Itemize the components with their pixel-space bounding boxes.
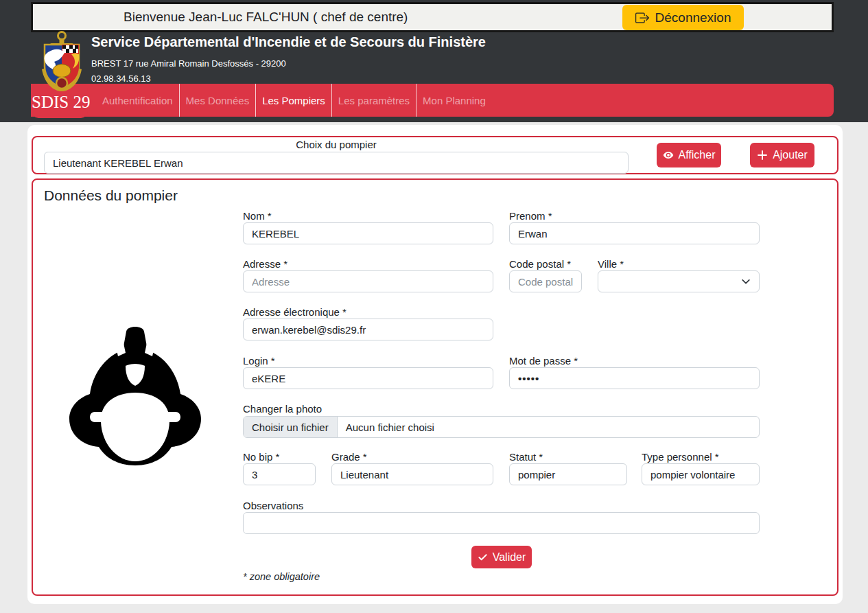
plus-icon (757, 150, 768, 161)
pompier-data-panel: Données du pompier Nom * Prenom * Adress… (32, 178, 838, 596)
pompier-chooser-panel: Choix du pompier Afficher Ajouter (32, 136, 838, 174)
type-personnel-label: Type personnel * (642, 451, 719, 463)
statut-input[interactable] (509, 463, 627, 485)
logout-label: Déconnexion (655, 10, 731, 25)
welcome-text: Bienvenue Jean-Luc FALC'HUN ( chef de ce… (124, 10, 408, 25)
adresse-input[interactable] (243, 270, 493, 292)
eye-icon (663, 150, 674, 161)
observations-label: Observations (243, 500, 303, 511)
photo-label: Changer la photo (243, 403, 322, 415)
code-postal-label: Code postal * (509, 258, 571, 270)
main-nav: Authentification Mes Données Les Pompier… (31, 84, 834, 117)
check-icon (478, 552, 488, 562)
login-label: Login * (243, 355, 275, 367)
nav-item-mon-planning[interactable]: Mon Planning (416, 84, 492, 117)
panel-title: Données du pompier (44, 187, 178, 204)
chooser-label: Choix du pompier (44, 139, 629, 150)
no-bip-label: No bip * (243, 451, 279, 463)
firefighter-helmet-icon (67, 325, 204, 476)
logo-wordmark: SDIS 29 (32, 93, 89, 112)
org-address: BREST 17 rue Amiral Romain Desfossés - 2… (91, 58, 286, 69)
org-phone: 02.98.34.56.13 (91, 73, 151, 84)
password-input[interactable] (509, 367, 760, 389)
welcome-bar: Bienvenue Jean-Luc FALC'HUN ( chef de ce… (31, 2, 834, 32)
sdis29-crest-logo (35, 30, 89, 99)
required-note: * zone obligatoire (243, 571, 320, 582)
valider-label: Valider (493, 551, 526, 564)
prenom-label: Prenom * (509, 210, 552, 222)
nav-item-les-parametres[interactable]: Les paramètres (331, 84, 416, 117)
ville-select[interactable] (598, 270, 760, 292)
grade-input[interactable] (331, 463, 493, 485)
logout-button[interactable]: Déconnexion (622, 5, 744, 30)
nav-item-mes-donnees[interactable]: Mes Données (179, 84, 256, 117)
content-container: Choix du pompier Afficher Ajouter Donnée… (27, 125, 843, 604)
file-status-text: Aucun fichier choisi (338, 417, 443, 437)
no-bip-input[interactable] (243, 463, 316, 485)
nom-input[interactable] (243, 222, 493, 244)
login-input[interactable] (243, 367, 493, 389)
afficher-button[interactable]: Afficher (657, 143, 721, 167)
box-arrow-right-icon (635, 11, 649, 25)
email-label: Adresse électronique * (243, 306, 347, 318)
type-personnel-input[interactable] (642, 463, 760, 485)
chevron-down-icon (741, 277, 751, 286)
valider-button[interactable]: Valider (471, 546, 532, 568)
ajouter-label: Ajouter (773, 149, 808, 161)
grade-label: Grade * (331, 451, 367, 463)
ajouter-button[interactable]: Ajouter (750, 143, 814, 167)
nom-label: Nom * (243, 210, 272, 222)
code-postal-input[interactable] (509, 270, 582, 292)
ville-label: Ville * (598, 258, 624, 270)
nav-item-les-pompiers[interactable]: Les Pompiers (255, 84, 331, 117)
nav-item-authentification[interactable]: Authentification (96, 84, 179, 117)
observations-input[interactable] (243, 512, 760, 534)
photo-file-input[interactable]: Choisir un fichier Aucun fichier choisi (243, 416, 760, 438)
afficher-label: Afficher (679, 149, 716, 161)
adresse-label: Adresse * (243, 258, 288, 270)
choose-file-button[interactable]: Choisir un fichier (244, 417, 338, 437)
org-title: Service Départemental d'Incendie et de S… (91, 34, 486, 50)
statut-label: Statut * (509, 451, 543, 463)
prenom-input[interactable] (509, 222, 760, 244)
pompier-select-input[interactable] (44, 152, 629, 174)
email-input[interactable] (243, 319, 493, 340)
password-label: Mot de passe * (509, 355, 578, 367)
